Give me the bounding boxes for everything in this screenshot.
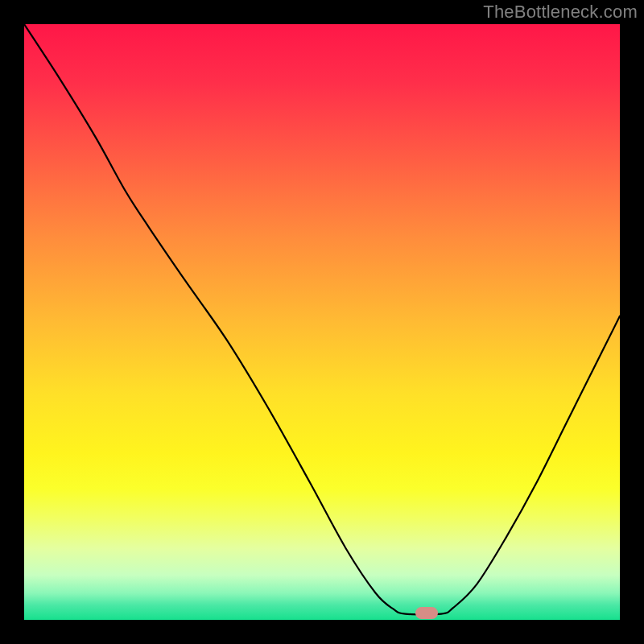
selected-marker bbox=[415, 607, 438, 619]
watermark-text: TheBottleneck.com bbox=[483, 2, 638, 23]
plot-area bbox=[24, 24, 620, 620]
curve-layer bbox=[24, 24, 620, 620]
bottleneck-curve bbox=[24, 24, 620, 614]
chart-container: TheBottleneck.com bbox=[0, 0, 644, 644]
